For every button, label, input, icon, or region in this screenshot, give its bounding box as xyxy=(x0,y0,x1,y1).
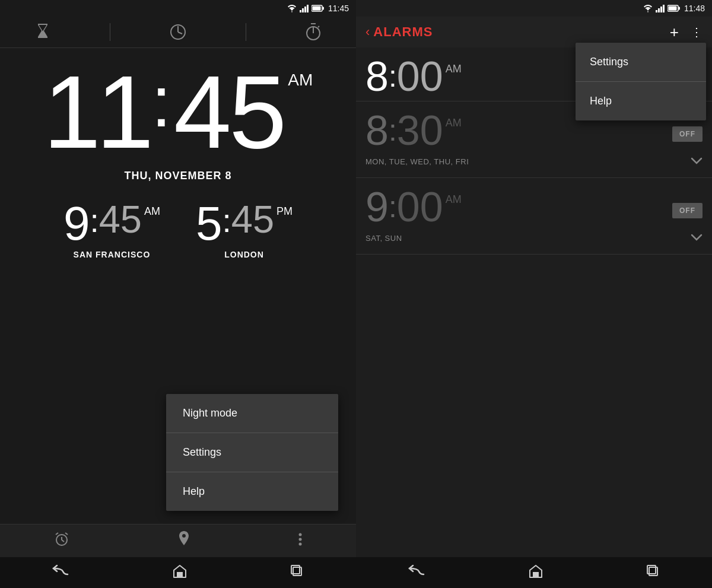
sf-label: SAN FRANCISCO xyxy=(74,250,151,259)
alarm-2-min: 30 xyxy=(397,110,443,151)
right-dropdown-menu: Settings Help xyxy=(576,43,706,120)
svg-rect-29 xyxy=(663,5,665,12)
right-status-bar: 11:48 xyxy=(356,0,712,17)
more-bottom-icon[interactable] xyxy=(298,532,302,550)
alarm-3-row: 9 : 00 AM OFF xyxy=(365,186,703,228)
main-hours: 11 xyxy=(43,60,150,164)
london-time: 5 : 45 PM xyxy=(196,200,293,247)
svg-line-9 xyxy=(178,32,182,34)
svg-rect-0 xyxy=(300,10,301,12)
alarm-2-time: 8 : 30 AM xyxy=(365,110,462,151)
london-ampm: PM xyxy=(276,206,293,217)
help-item-right[interactable]: Help xyxy=(576,82,706,120)
right-battery-icon xyxy=(668,5,681,12)
add-alarm-button[interactable]: + xyxy=(670,23,679,42)
alarm-2-expand[interactable] xyxy=(691,156,703,167)
left-status-icons xyxy=(287,4,325,12)
settings-item-right[interactable]: Settings xyxy=(576,43,706,82)
alarm-2-days-row: MON, TUE, WED, THU, FRI xyxy=(365,151,703,174)
sf-clock: 9 : 45 AM SAN FRANCISCO xyxy=(63,200,160,259)
london-colon: : xyxy=(223,205,231,237)
left-dropdown-menu: Night mode Settings Help xyxy=(166,394,338,511)
alarm-3-min: 00 xyxy=(397,186,443,228)
alarm-2-hour: 8 xyxy=(365,110,389,151)
location-bottom-icon[interactable] xyxy=(177,531,190,551)
left-top-nav xyxy=(0,17,356,48)
settings-item-left[interactable]: Settings xyxy=(166,433,338,472)
sf-colon: : xyxy=(90,205,98,237)
sf-time: 9 : 45 AM xyxy=(63,200,160,247)
signal-icon xyxy=(300,4,309,12)
right-signal-icon xyxy=(656,4,665,12)
alarm-3-ampm: AM xyxy=(446,193,462,206)
svg-point-21 xyxy=(299,538,302,541)
battery-icon xyxy=(312,5,325,12)
svg-line-17 xyxy=(62,540,64,542)
right-android-nav xyxy=(356,557,712,588)
svg-rect-6 xyxy=(312,7,320,11)
sf-ampm: AM xyxy=(144,206,160,217)
alarms-title: ALARMS xyxy=(373,24,669,40)
svg-point-22 xyxy=(299,542,302,545)
alarm-3-expand[interactable] xyxy=(691,233,703,243)
svg-line-19 xyxy=(65,533,68,535)
svg-rect-23 xyxy=(177,573,182,577)
alarm-1-hour: 8 xyxy=(365,56,389,97)
alarm-3-time: 9 : 00 AM xyxy=(365,186,462,228)
svg-rect-32 xyxy=(668,7,676,11)
svg-rect-27 xyxy=(658,8,660,12)
sf-hours: 9 xyxy=(63,200,90,247)
alarm-2-toggle[interactable]: OFF xyxy=(672,126,703,142)
right-home-btn[interactable] xyxy=(529,564,543,581)
left-panel: 11:45 xyxy=(0,0,356,588)
alarm-2-ampm: AM xyxy=(446,117,462,129)
svg-rect-26 xyxy=(656,10,657,12)
alarm-1-colon: : xyxy=(389,59,397,94)
sf-minutes: 45 xyxy=(99,200,142,239)
london-label: LONDON xyxy=(224,250,264,259)
right-panel: 11:48 ‹ ALARMS + ⋮ Settings Help 8 : 00 … xyxy=(356,0,712,588)
left-home-btn[interactable] xyxy=(173,564,187,581)
svg-rect-3 xyxy=(307,5,309,12)
right-recents-btn[interactable] xyxy=(647,565,660,581)
left-status-bar: 11:45 xyxy=(0,0,356,17)
alarm-1-ampm: AM xyxy=(446,63,462,75)
svg-point-20 xyxy=(299,533,302,536)
alarm-1-time: 8 : 00 AM xyxy=(365,56,462,97)
alarms-actions: + ⋮ xyxy=(670,23,703,42)
alarms-back-icon[interactable]: ‹ xyxy=(365,24,370,40)
right-back-btn[interactable] xyxy=(408,565,425,581)
left-back-btn[interactable] xyxy=(52,565,69,581)
alarm-bottom-icon[interactable] xyxy=(54,532,69,551)
main-time-display: 11 : 45 AM xyxy=(43,60,313,164)
world-clocks: 9 : 45 AM SAN FRANCISCO 5 : 45 PM LONDON xyxy=(63,200,293,259)
alarm-2-days: MON, TUE, WED, THU, FRI xyxy=(365,157,469,166)
left-recents-btn[interactable] xyxy=(291,565,304,581)
london-hours: 5 xyxy=(196,200,223,247)
alarm-3-days: SAT, SUN xyxy=(365,234,402,243)
help-item-left[interactable]: Help xyxy=(166,472,338,511)
timer-nav-icon[interactable] xyxy=(25,23,61,42)
right-wifi-icon xyxy=(643,4,653,12)
alarm-item-3[interactable]: 9 : 00 AM OFF SAT, SUN xyxy=(356,178,712,255)
wifi-icon xyxy=(287,4,297,12)
alarm-3-colon: : xyxy=(389,190,397,224)
main-ampm: AM xyxy=(288,72,313,88)
stopwatch-nav-icon[interactable] xyxy=(295,23,331,42)
svg-rect-33 xyxy=(533,573,538,577)
night-mode-item[interactable]: Night mode xyxy=(166,394,338,433)
left-bottom-nav xyxy=(0,524,356,557)
nav-divider-1 xyxy=(110,23,110,41)
alarm-list: 8 : 00 AM 8 : 30 AM OFF MON, TUE, WED, T… xyxy=(356,47,712,557)
svg-rect-28 xyxy=(660,7,662,12)
main-colon: : xyxy=(151,66,171,137)
alarm-1-min: 00 xyxy=(397,56,443,97)
more-alarms-button[interactable]: ⋮ xyxy=(691,25,703,39)
right-status-icons xyxy=(643,4,681,12)
clock-nav-icon[interactable] xyxy=(160,23,196,41)
nav-divider-2 xyxy=(246,23,246,41)
date-display: THU, NOVEMBER 8 xyxy=(124,170,231,182)
main-minutes: 45 xyxy=(174,60,285,164)
alarm-3-toggle[interactable]: OFF xyxy=(672,203,703,218)
svg-line-18 xyxy=(56,533,58,535)
